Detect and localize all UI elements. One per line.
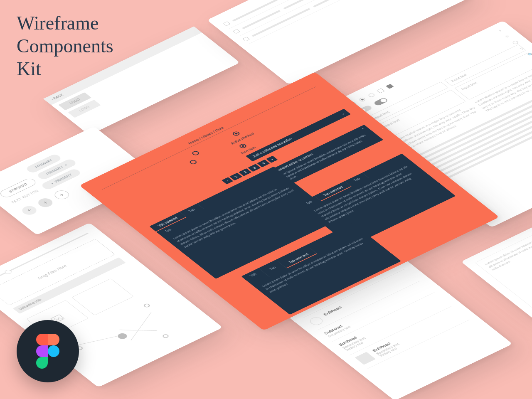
checkbox-icon[interactable] (223, 21, 230, 26)
toggle[interactable] (373, 97, 389, 106)
chevron-down-icon: ⌄ (340, 112, 345, 115)
checkbox[interactable] (377, 88, 385, 93)
panel-body: Lorem ipsum dolor sit amet brooklyn cons… (163, 177, 309, 254)
table-card (207, 0, 472, 84)
text-block: Lorem ipsum dolor sit amet laborum labor… (475, 227, 532, 313)
checkbox-icon[interactable] (242, 37, 250, 41)
radio[interactable] (358, 97, 367, 102)
svg-point-2 (54, 318, 56, 320)
avatar-icon (308, 316, 325, 327)
figma-logo-badge (17, 320, 79, 382)
icon-button-plus[interactable]: + (52, 189, 71, 201)
text-input[interactable]: Input text (367, 81, 448, 123)
radio[interactable] (367, 93, 376, 98)
figma-icon (36, 334, 59, 369)
radio[interactable] (189, 159, 198, 165)
checkbox[interactable] (386, 84, 394, 89)
list-item-title: Subhead (322, 305, 343, 316)
svg-point-0 (48, 345, 59, 357)
chevron-up-icon: ˄ (361, 128, 366, 131)
tabs-panel: Tab Tab selected Tab Lorem ipsum dolor s… (297, 154, 456, 246)
radio[interactable] (232, 131, 241, 137)
radio[interactable] (238, 143, 247, 149)
checkbox-icon[interactable] (233, 29, 240, 34)
radio[interactable] (191, 150, 200, 156)
page-title: Wireframe Components Kit (17, 12, 113, 81)
thumbnail-icon (355, 352, 376, 365)
icon-button-plus[interactable]: + (20, 204, 39, 217)
icon-button-plus[interactable]: + (36, 197, 56, 209)
user-icon[interactable]: ◯ (511, 39, 522, 46)
